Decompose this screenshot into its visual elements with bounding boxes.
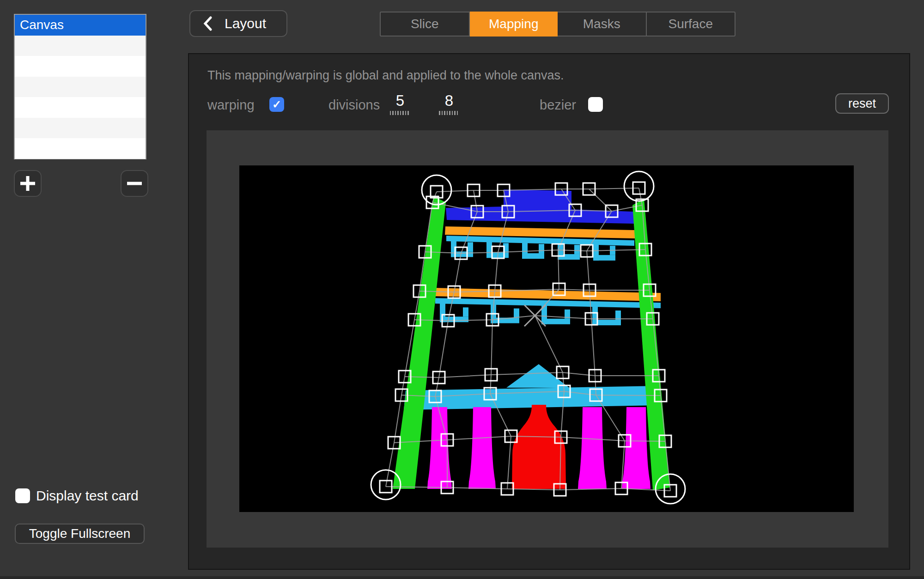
artwork-column bbox=[578, 407, 607, 489]
list-empty-row[interactable] bbox=[15, 138, 146, 159]
divisions-y-stepper[interactable]: 8 bbox=[436, 92, 462, 115]
display-test-card-checkbox[interactable] bbox=[15, 488, 30, 503]
minus-icon bbox=[127, 176, 142, 191]
tab-surface[interactable]: Surface bbox=[647, 12, 735, 36]
list-empty-row[interactable] bbox=[15, 36, 146, 56]
artwork-meander-hook bbox=[468, 242, 473, 251]
layout-button-label: Layout bbox=[225, 16, 266, 31]
app-window: Canvas Display test card Toggle Fullscre… bbox=[0, 0, 924, 579]
toggle-fullscreen-button[interactable]: Toggle Fullscreen bbox=[15, 524, 145, 544]
artwork-meander-hook bbox=[615, 311, 621, 320]
list-empty-row[interactable] bbox=[15, 118, 146, 139]
artwork-column bbox=[622, 407, 650, 489]
tab-slice[interactable]: Slice bbox=[381, 12, 470, 36]
artwork-meander-hook bbox=[539, 244, 544, 253]
checkmark-icon: ✓ bbox=[272, 98, 281, 110]
warp-canvas[interactable] bbox=[239, 165, 854, 512]
warp-corner-handle[interactable] bbox=[624, 171, 654, 201]
artwork-meander-hook bbox=[522, 253, 544, 259]
artwork-meander-hook bbox=[558, 254, 580, 260]
tab-mapping[interactable]: Mapping bbox=[470, 12, 558, 37]
output-canvas[interactable] bbox=[239, 165, 854, 512]
list-empty-row[interactable] bbox=[15, 56, 146, 77]
divisions-y-value: 8 bbox=[436, 92, 462, 110]
divisions-x-value: 5 bbox=[387, 92, 413, 110]
drag-ticks-icon bbox=[390, 111, 410, 115]
canvas-list[interactable]: Canvas bbox=[14, 14, 146, 159]
mapping-info-text: This mapping/warping is global and appli… bbox=[207, 68, 564, 83]
artwork-column bbox=[468, 407, 496, 489]
view-tabs: Slice Mapping Masks Surface bbox=[380, 12, 736, 37]
remove-button[interactable] bbox=[121, 170, 148, 197]
warping-checkbox[interactable]: ✓ bbox=[269, 97, 284, 112]
list-item-canvas[interactable]: Canvas bbox=[15, 15, 146, 36]
artwork-column bbox=[427, 407, 452, 489]
window-bottom-edge bbox=[0, 576, 924, 579]
plus-icon bbox=[20, 176, 35, 191]
artwork-meander-hook bbox=[451, 251, 473, 257]
divisions-label: divisions bbox=[328, 98, 380, 113]
artwork-meander-hook bbox=[514, 308, 519, 317]
artwork-bell bbox=[512, 405, 566, 489]
display-test-card-row: Display test card bbox=[15, 488, 139, 504]
list-empty-row[interactable] bbox=[15, 97, 146, 118]
artwork-meander-hook bbox=[574, 245, 580, 254]
layout-back-button[interactable]: Layout bbox=[189, 10, 287, 37]
chevron-left-icon bbox=[203, 16, 213, 31]
artwork-pediment bbox=[506, 364, 569, 388]
tab-masks[interactable]: Masks bbox=[558, 12, 647, 36]
warping-label: warping bbox=[207, 98, 255, 113]
artwork-meander-hook bbox=[593, 255, 615, 261]
drag-ticks-icon bbox=[439, 111, 459, 115]
reset-button[interactable]: reset bbox=[835, 93, 889, 114]
bezier-label: bezier bbox=[540, 98, 576, 113]
display-test-card-label: Display test card bbox=[36, 488, 139, 504]
artwork-meander-hook bbox=[463, 307, 468, 317]
artwork-meander-hook bbox=[541, 319, 570, 324]
add-button[interactable] bbox=[14, 170, 42, 197]
bezier-checkbox[interactable] bbox=[588, 97, 603, 112]
divisions-x-stepper[interactable]: 5 bbox=[387, 92, 413, 115]
list-empty-row[interactable] bbox=[15, 77, 146, 98]
